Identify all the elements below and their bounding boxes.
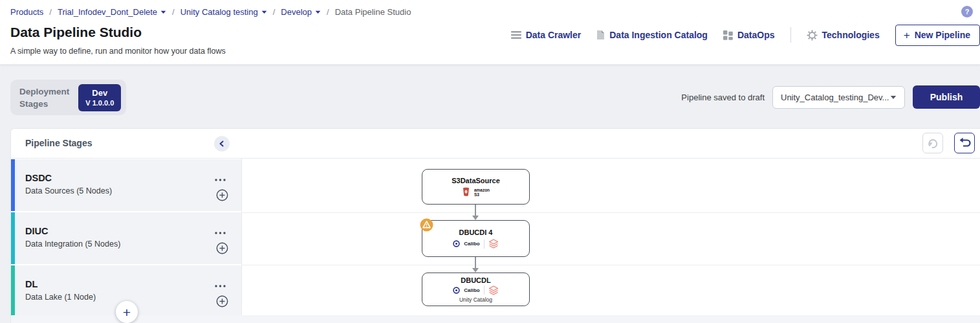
pipeline-version-dropdown[interactable]: Unity_Catalog_testing_Dev... [772, 86, 905, 109]
stage-menu-button[interactable] [213, 225, 227, 238]
redo-button[interactable] [922, 133, 943, 153]
node-title: S3DataSource [452, 177, 500, 184]
pipeline-saved-status: Pipeline saved to draft [681, 93, 765, 102]
dev-stage-badge[interactable]: Dev V 1.0.0.0 [78, 84, 121, 111]
plus-icon: + [904, 30, 910, 41]
add-node-button[interactable] [216, 189, 228, 203]
data-ingestion-catalog-label: Data Ingestion Catalog [609, 30, 708, 40]
node-caption: Unity Catalog [459, 296, 492, 303]
undo-icon [959, 137, 971, 149]
deployment-label-line1: Deployment [19, 85, 69, 98]
data-crawler-label: Data Crawler [526, 30, 582, 40]
breadcrumb-product-selector[interactable]: Trial_Infodev_Dont_Delete [58, 7, 166, 17]
stage-row-diuc[interactable]: DIUC Data Integration (5 Nodes) [11, 212, 241, 264]
plus-circle-icon [216, 189, 228, 201]
chevron-down-icon [890, 95, 897, 100]
environment-name: Dev [85, 87, 114, 98]
node-dbucdl[interactable]: DBUCDL Calibo Unity Catalog [422, 273, 530, 306]
chevron-down-icon [160, 10, 166, 14]
collapse-sidebar-button[interactable] [214, 136, 230, 151]
breadcrumb-separator: / [327, 7, 329, 17]
node-technology: Calibo [453, 239, 498, 249]
chevron-left-icon [218, 140, 226, 148]
flow-arrow [472, 205, 479, 220]
node-technology: Calibo [453, 285, 498, 295]
breadcrumb-product-label: Trial_Infodev_Dont_Delete [58, 7, 157, 17]
pipeline-stages-title: Pipeline Stages [25, 138, 92, 148]
technologies-label: Technologies [822, 30, 880, 40]
breadcrumb-separator: / [49, 7, 52, 17]
dataops-button[interactable]: DataOps [723, 30, 775, 40]
calibo-icon [453, 240, 460, 247]
calibo-wordmark: Calibo [464, 287, 479, 293]
chevron-down-icon [261, 10, 267, 14]
breadcrumb: Products / Trial_Infodev_Dont_Delete / U… [10, 7, 411, 17]
stage-code: DIUC [25, 226, 48, 236]
deployment-label-line2: Stages [19, 98, 69, 110]
add-node-button[interactable] [216, 242, 228, 256]
document-icon [596, 30, 605, 40]
plus-circle-icon [216, 295, 228, 307]
stage-accent-bar [11, 265, 15, 315]
breadcrumb-separator: / [172, 7, 175, 17]
stage-description: Data Sources (5 Nodes) [25, 186, 112, 195]
tech-divider [484, 239, 485, 249]
chevron-down-icon [315, 10, 321, 14]
breadcrumb-products[interactable]: Products [10, 7, 43, 17]
stage-row-dsdc[interactable]: DSDC Data Sources (5 Nodes) [11, 159, 241, 211]
node-title: DBUCDL [461, 276, 490, 284]
flow-arrow [472, 257, 479, 273]
data-ingestion-catalog-button[interactable]: Data Ingestion Catalog [596, 30, 708, 40]
save-cluster: Pipeline saved to draft Unity_Catalog_te… [681, 85, 980, 109]
stage-description: Data Lake (1 Node) [25, 293, 96, 302]
help-icon[interactable]: ? [961, 6, 973, 17]
node-title: DBUCDI 4 [459, 228, 493, 236]
data-crawler-button[interactable]: Data Crawler [511, 30, 582, 40]
kebab-menu-icon [215, 285, 226, 287]
undo-button[interactable] [954, 133, 975, 153]
lane-separator [242, 265, 980, 265]
app-header: Products / Trial_Infodev_Dont_Delete / U… [0, 0, 980, 65]
breadcrumb-current-page: Data Pipeline Studio [335, 7, 411, 17]
nav-divider [790, 27, 791, 43]
databricks-icon [488, 239, 499, 249]
lane-separator [242, 212, 980, 213]
stage-accent-bar [11, 212, 15, 264]
warning-icon [420, 218, 433, 232]
node-dbucdi4[interactable]: DBUCDI 4 Calibo [422, 220, 530, 257]
header-nav: Data Crawler Data Ingestion Catalog Data… [511, 24, 980, 46]
s3-word-line1: amazon [474, 188, 490, 192]
node-s3datasource[interactable]: S3DataSource amazon S3 [422, 169, 530, 205]
kebab-menu-icon [215, 232, 226, 234]
redo-icon [927, 137, 939, 149]
breadcrumb-separator: / [273, 7, 276, 17]
list-icon [511, 30, 521, 39]
canvas-bottom-strip [11, 315, 980, 323]
page-title: Data Pipeline Studio [10, 25, 142, 40]
add-stage-button[interactable]: + [116, 301, 138, 323]
pipeline-version-value: Unity_Catalog_testing_Dev... [781, 93, 889, 102]
panel-header: Pipeline Stages [11, 129, 980, 159]
publish-button[interactable]: Publish [913, 85, 980, 109]
breadcrumb-phase-selector[interactable]: Develop [281, 7, 321, 17]
stage-accent-bar [11, 159, 15, 211]
breadcrumb-feature-label: Unity Catalog testing [180, 7, 258, 17]
stage-menu-button[interactable] [213, 172, 227, 184]
technologies-button[interactable]: Technologies [807, 30, 880, 41]
calibo-wordmark: Calibo [464, 241, 479, 247]
node-technology: amazon S3 [462, 187, 490, 197]
deployment-stages-label: Deployment Stages [19, 85, 69, 110]
amazon-s3-icon [462, 187, 470, 197]
page-subtitle: A simple way to define, run and monitor … [10, 47, 226, 56]
stage-code: DSDC [25, 173, 52, 183]
breadcrumb-feature-selector[interactable]: Unity Catalog testing [180, 7, 267, 17]
deployment-stages-chip: Deployment Stages Dev V 1.0.0.0 [10, 80, 126, 115]
environment-version: V 1.0.0.0 [85, 98, 114, 108]
grid-icon [723, 30, 733, 40]
tech-divider [484, 285, 485, 295]
new-pipeline-button[interactable]: + New Pipeline [895, 25, 980, 46]
kebab-menu-icon [215, 179, 226, 181]
plus-circle-icon [216, 242, 228, 254]
stage-menu-button[interactable] [213, 278, 227, 291]
add-node-button[interactable] [216, 295, 228, 309]
